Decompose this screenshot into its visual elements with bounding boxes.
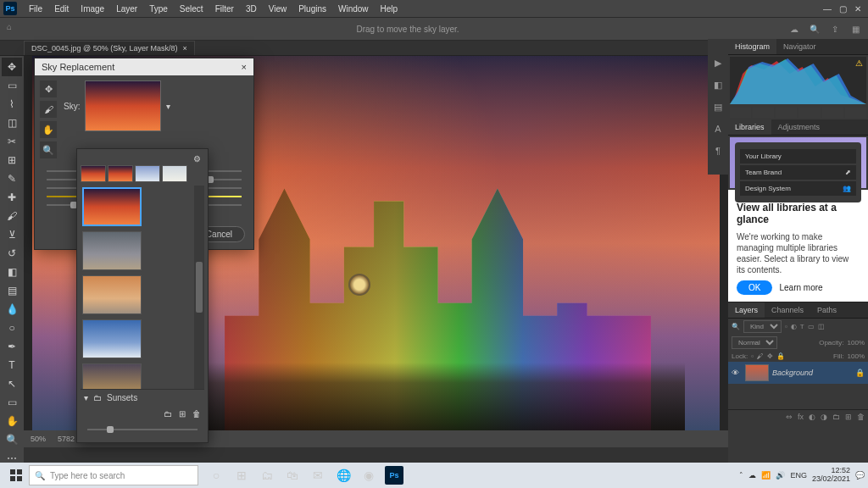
layers-link-icon[interactable]: ⇔	[786, 413, 793, 421]
store-icon[interactable]: 🛍	[283, 466, 302, 485]
home-icon[interactable]: ⌂	[7, 22, 20, 36]
menu-select[interactable]: Select	[175, 3, 209, 15]
status-zoom[interactable]: 50%	[31, 435, 46, 443]
layer-lock-icon[interactable]: 🔒	[855, 369, 865, 377]
tab-layers[interactable]: Layers	[728, 302, 765, 318]
dialog-zoom-tool[interactable]: 🔍	[40, 141, 57, 158]
blend-mode-select[interactable]: Normal	[732, 336, 777, 349]
document-tab[interactable]: DSC_0045.jpg @ 50% (Sky, Layer Mask/8) ×	[24, 41, 195, 55]
layer-visibility-icon[interactable]: 👁	[732, 369, 742, 377]
menu-view[interactable]: View	[264, 3, 292, 15]
sky-option-sunset-2[interactable]	[82, 275, 142, 314]
layers-filter-type-icon[interactable]: T	[800, 323, 804, 330]
marquee-tool[interactable]: ▭	[2, 76, 22, 95]
layers-delete-icon[interactable]: 🗑	[857, 413, 865, 421]
tab-libraries[interactable]: Libraries	[728, 119, 771, 135]
selection-tool[interactable]: ◫	[2, 114, 22, 132]
patterns-panel-icon[interactable]: A	[709, 120, 726, 137]
crop-tool[interactable]: ✂	[2, 132, 22, 151]
delete-sky-icon[interactable]: 🗑	[192, 409, 201, 419]
layers-filter-pixel-icon[interactable]: ▫	[785, 323, 787, 330]
menu-window[interactable]: Window	[333, 3, 374, 15]
tray-cloud-icon[interactable]: ☁	[748, 471, 756, 480]
cloud-icon[interactable]: ☁	[788, 23, 800, 35]
pen-tool[interactable]: ✒	[2, 337, 22, 356]
workspace-icon[interactable]: ▦	[849, 23, 861, 35]
taskview-icon[interactable]: ⊞	[232, 466, 251, 485]
layers-kind-select[interactable]: Kind	[743, 320, 782, 333]
lock-pixels-icon[interactable]: 🖌	[757, 352, 764, 360]
layers-fx-icon[interactable]: fx	[798, 413, 804, 421]
menu-image[interactable]: Image	[75, 3, 109, 15]
dialog-titlebar[interactable]: Sky Replacement ×	[35, 58, 253, 75]
sky-option-sunset-1[interactable]	[82, 187, 142, 226]
chrome-icon[interactable]: ◉	[359, 466, 378, 485]
frame-tool[interactable]: ⊞	[2, 151, 22, 169]
new-folder-icon[interactable]: 🗀	[164, 409, 172, 419]
histogram-warning-icon[interactable]: ⚠	[855, 58, 863, 68]
document-tab-close-icon[interactable]: ×	[183, 44, 187, 53]
dodge-tool[interactable]: ○	[2, 319, 22, 337]
tray-clock[interactable]: 12:52 23/02/2021	[812, 467, 850, 484]
library-design-system[interactable]: Design System👥	[740, 181, 856, 196]
edge-icon[interactable]: 🌐	[334, 466, 353, 485]
gradients-panel-icon[interactable]: ▤	[709, 98, 726, 115]
taskbar-search[interactable]: 🔍 Type here to search	[29, 465, 198, 485]
layers-filter-shape-icon[interactable]: ▭	[808, 323, 815, 330]
menu-edit[interactable]: Edit	[49, 3, 74, 15]
brush-tool[interactable]: 🖌	[2, 207, 22, 225]
sky-thumb-1[interactable]	[81, 165, 106, 182]
cortana-icon[interactable]: ○	[207, 466, 225, 485]
search-icon[interactable]: 🔍	[809, 23, 821, 35]
mail-icon[interactable]: ✉	[309, 466, 327, 485]
blur-tool[interactable]: 💧	[2, 300, 22, 319]
sky-option-clouds-1[interactable]	[82, 231, 142, 270]
folder-caret-icon[interactable]: ▾	[84, 393, 88, 402]
path-tool[interactable]: ↖	[2, 374, 22, 393]
lock-all-icon[interactable]: 🔒	[776, 352, 785, 360]
libraries-ok-button[interactable]: OK	[737, 280, 772, 295]
swatches-panel-icon[interactable]: ◧	[709, 76, 726, 93]
sky-thumb-3[interactable]	[135, 165, 160, 182]
tray-notifications-icon[interactable]: 💬	[855, 471, 865, 480]
color-panel-icon[interactable]: ▶	[709, 54, 726, 71]
eraser-tool[interactable]: ◧	[2, 263, 22, 281]
photoshop-icon[interactable]: Ps	[385, 466, 403, 485]
minimize-icon[interactable]: —	[821, 3, 834, 14]
tray-lang[interactable]: ENG	[790, 471, 807, 480]
history-brush-tool[interactable]: ↺	[2, 244, 22, 263]
layers-filter-smart-icon[interactable]: ◫	[818, 323, 825, 330]
sky-option-dusk-1[interactable]	[82, 363, 142, 389]
share-icon[interactable]: ⇪	[829, 23, 841, 35]
menu-file[interactable]: File	[24, 3, 47, 15]
layers-search-icon[interactable]: 🔍	[732, 323, 740, 330]
flyout-scrollbar[interactable]	[194, 186, 204, 389]
sky-option-blue-1[interactable]	[82, 319, 142, 358]
flyout-gear-icon[interactable]: ⚙	[193, 154, 201, 164]
dialog-hand-tool[interactable]: ✋	[40, 121, 57, 138]
dialog-brush-tool[interactable]: 🖌	[40, 101, 57, 118]
menu-type[interactable]: Type	[144, 3, 173, 15]
lock-transparency-icon[interactable]: ▫	[751, 352, 754, 360]
tray-wifi-icon[interactable]: 📶	[761, 471, 771, 480]
sky-dropdown-icon[interactable]: ▾	[166, 102, 170, 111]
dialog-move-tool[interactable]: ✥	[40, 80, 57, 97]
sky-thumb-2[interactable]	[108, 165, 133, 182]
lasso-tool[interactable]: ⌇	[2, 95, 22, 114]
tab-navigator[interactable]: Navigator	[776, 39, 823, 54]
add-sky-icon[interactable]: ⊞	[179, 409, 186, 419]
menu-filter[interactable]: Filter	[210, 3, 239, 15]
library-your-library[interactable]: Your Library	[740, 149, 856, 164]
stamp-tool[interactable]: ⊻	[2, 225, 22, 244]
lock-position-icon[interactable]: ✥	[767, 352, 773, 360]
tab-histogram[interactable]: Histogram	[728, 39, 776, 54]
tray-up-icon[interactable]: ˄	[739, 471, 743, 480]
layers-filter-adjustment-icon[interactable]: ◐	[791, 323, 797, 330]
eyedropper-tool[interactable]: ✎	[2, 169, 22, 188]
layers-group-icon[interactable]: 🗀	[832, 413, 840, 421]
move-tool[interactable]: ✥	[2, 58, 22, 76]
library-team-brand[interactable]: Team Brand⬈	[740, 165, 856, 180]
shape-tool[interactable]: ▭	[2, 393, 22, 412]
tab-channels[interactable]: Channels	[765, 302, 810, 318]
maximize-icon[interactable]: ▢	[836, 3, 849, 14]
